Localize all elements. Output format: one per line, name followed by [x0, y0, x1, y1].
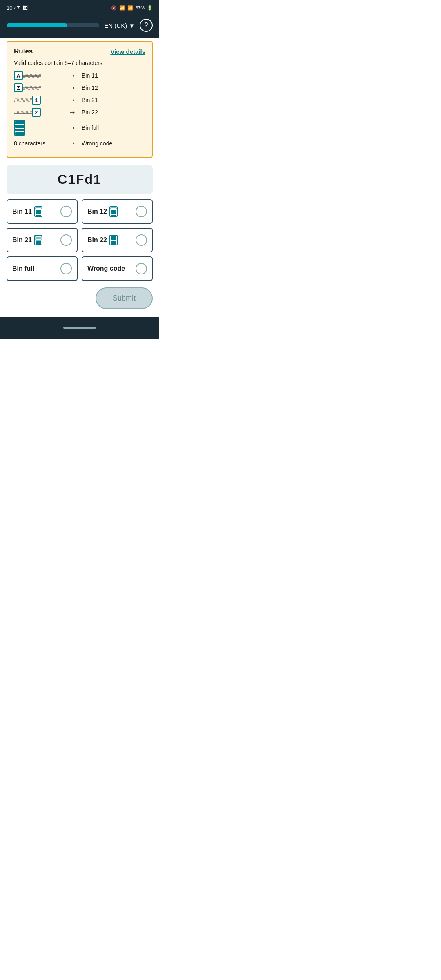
submit-button[interactable]: Submit — [96, 287, 153, 309]
answer-label-bin21: Bin 21 — [12, 235, 42, 245]
answer-label-bin22: Bin 22 — [87, 235, 118, 245]
svg-rect-18 — [36, 241, 41, 243]
answer-label-bin12: Bin 12 — [87, 206, 118, 217]
battery-icon: 🔋 — [147, 5, 153, 11]
wifi-icon: 📶 — [119, 5, 125, 11]
progress-bar-fill — [7, 23, 67, 27]
svg-rect-19 — [36, 243, 41, 245]
highlight-2: 2 — [32, 108, 41, 117]
svg-rect-1 — [15, 121, 24, 124]
radio-bin11[interactable] — [60, 206, 72, 217]
answer-option-bin21[interactable]: Bin 21 — [7, 228, 78, 252]
answer-grid: Bin 11 Bin 12 Bin 21 — [7, 199, 153, 281]
answer-option-wrongcode[interactable]: Wrong code — [82, 256, 153, 281]
chevron-down-icon: ▼ — [129, 22, 135, 29]
mute-icon: 🔇 — [111, 5, 117, 11]
svg-rect-4 — [15, 132, 24, 135]
question-icon: ? — [144, 22, 148, 29]
rule-code-1: #######1 — [14, 96, 63, 105]
result-wrongcode: Wrong code — [82, 140, 145, 147]
rule-row-bin12: Z####### → Bin 12 — [14, 83, 145, 92]
highlight-z: Z — [14, 83, 23, 92]
result-bin21: Bin 21 — [82, 97, 145, 103]
status-bar: 10:47 🖼 🔇 📶 📶 67% 🔋 — [0, 0, 159, 15]
svg-rect-22 — [111, 238, 116, 240]
arrow-5: → — [66, 124, 78, 132]
answer-option-bin11[interactable]: Bin 11 — [7, 199, 78, 224]
answer-option-binfull[interactable]: Bin full — [7, 256, 78, 281]
svg-rect-7 — [36, 210, 41, 212]
answer-label-binfull: Bin full — [12, 265, 34, 272]
bottom-bar — [0, 317, 159, 339]
answer-option-bin22[interactable]: Bin 22 — [82, 228, 153, 252]
arrow-3: → — [66, 96, 78, 105]
result-bin12: Bin 12 — [82, 85, 145, 91]
svg-rect-12 — [111, 210, 116, 212]
svg-rect-23 — [111, 241, 116, 243]
rule-code-z: Z####### — [14, 83, 63, 92]
answer-label-bin11: Bin 11 — [12, 206, 42, 217]
rule-row-bin22: #######2 → Bin 22 — [14, 108, 145, 117]
home-indicator — [63, 327, 96, 329]
svg-rect-11 — [111, 207, 116, 209]
svg-rect-6 — [36, 207, 41, 209]
svg-rect-9 — [36, 215, 41, 216]
radio-bin22[interactable] — [136, 234, 147, 246]
arrow-6: → — [66, 139, 78, 147]
language-label: EN (UK) — [104, 22, 127, 29]
progress-bar-container — [7, 23, 99, 27]
svg-rect-24 — [111, 243, 116, 245]
rule-row-wrongcode: 8 characters → Wrong code — [14, 139, 145, 147]
rule-row-bin21: #######1 → Bin 21 — [14, 96, 145, 105]
svg-rect-16 — [36, 236, 41, 238]
radio-bin21[interactable] — [60, 234, 72, 246]
photo-icon: 🖼 — [22, 5, 28, 11]
time-display: 10:47 — [7, 5, 20, 11]
result-bin22: Bin 22 — [82, 109, 145, 116]
rule-row-bin11: A####### → Bin 11 — [14, 71, 145, 80]
submit-area: Submit — [7, 287, 153, 309]
svg-rect-14 — [111, 215, 116, 216]
svg-rect-13 — [111, 212, 116, 214]
svg-rect-8 — [36, 212, 41, 214]
language-selector[interactable]: EN (UK) ▼ — [104, 22, 135, 29]
radio-bin12[interactable] — [136, 206, 147, 217]
result-binfull: Bin full — [82, 125, 145, 131]
result-bin11: Bin 11 — [82, 72, 145, 79]
answer-label-wrongcode: Wrong code — [87, 265, 125, 272]
arrow-4: → — [66, 108, 78, 117]
rule-code-8chars: 8 characters — [14, 140, 63, 147]
bin-icon-bin12 — [109, 206, 118, 217]
rules-title: Rules — [14, 47, 33, 56]
bin-full-icon — [14, 120, 25, 136]
svg-rect-2 — [15, 125, 24, 128]
radio-binfull[interactable] — [60, 263, 72, 274]
highlight-a: A — [14, 71, 23, 80]
rules-header: Rules View details — [14, 47, 145, 56]
code-display: C1Fd1 — [7, 165, 153, 194]
status-time-area: 10:47 🖼 — [7, 5, 28, 11]
bin-icon-bin11 — [34, 206, 42, 217]
rules-subtitle: Valid codes contain 5–7 characters — [14, 60, 145, 66]
bin-icon-bin21 — [34, 235, 42, 245]
rule-code-binfull — [14, 120, 63, 136]
svg-rect-17 — [36, 238, 41, 240]
rule-code-a: A####### — [14, 71, 63, 80]
arrow-1: → — [66, 71, 78, 80]
signal-icon: 📶 — [127, 5, 133, 11]
view-details-link[interactable]: View details — [110, 48, 145, 55]
arrow-2: → — [66, 84, 78, 92]
answer-option-bin12[interactable]: Bin 12 — [82, 199, 153, 224]
code-value: C1Fd1 — [58, 172, 102, 187]
rule-code-2: #######2 — [14, 108, 63, 117]
svg-rect-3 — [15, 129, 24, 131]
status-icons: 🔇 📶 📶 67% 🔋 — [111, 5, 153, 11]
help-button[interactable]: ? — [140, 19, 153, 32]
bin-icon-bin22 — [109, 235, 118, 245]
highlight-1: 1 — [32, 96, 41, 105]
battery-percent: 67% — [136, 5, 145, 10]
rules-box: Rules View details Valid codes contain 5… — [7, 41, 153, 158]
svg-rect-21 — [111, 236, 116, 238]
header-bar: EN (UK) ▼ ? — [0, 15, 159, 38]
radio-wrongcode[interactable] — [136, 263, 147, 274]
